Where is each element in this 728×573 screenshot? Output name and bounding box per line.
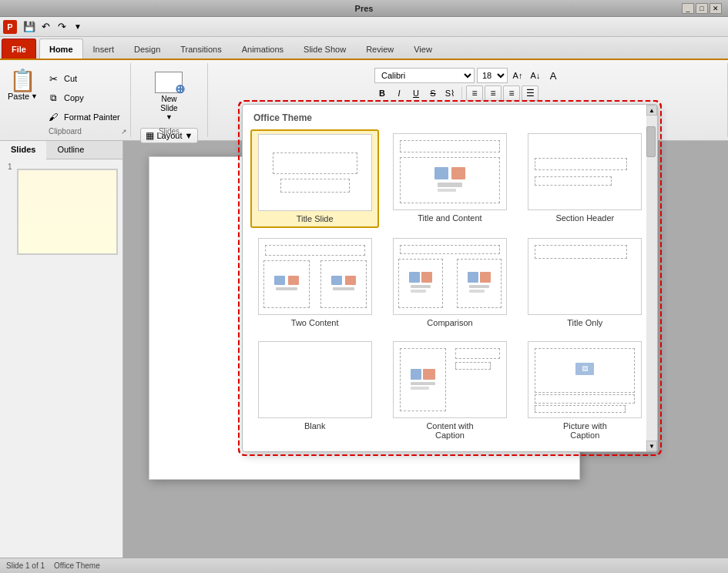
font-options-button[interactable]: A [545,68,561,83]
layout-thumb-title-content [393,133,507,210]
layout-item-title-slide[interactable]: Title Slide [250,129,379,228]
layout-thumb-blank [258,341,372,418]
tab-animations[interactable]: Animations [232,39,294,59]
layout-item-picture-caption[interactable]: 🖼 Picture with Caption [521,337,649,444]
svg-text:🖼: 🖼 [582,366,588,373]
paste-button[interactable]: 📋 Paste ▼ [3,68,42,103]
increase-font-button[interactable]: A↑ [510,68,525,83]
svg-rect-22 [411,382,435,385]
format-painter-label: Format Painter [64,112,120,122]
cut-button[interactable]: Cut [42,69,127,88]
svg-rect-5 [438,189,456,192]
close-button[interactable]: ✕ [710,3,722,14]
layout-item-blank[interactable]: Blank [250,337,379,444]
layout-item-content-caption[interactable]: Content with Caption [385,337,514,444]
tab-transitions[interactable]: Transitions [170,39,231,59]
tab-home[interactable]: Home [39,39,83,59]
scroll-up-button[interactable]: ▲ [646,105,657,116]
layout-label-title-slide: Title Slide [297,214,334,223]
svg-rect-17 [480,272,491,283]
paste-icon: 📋 [9,70,36,92]
scroll-thumb[interactable] [646,126,656,157]
slide-count-info: Slide 1 of 1 [6,561,45,570]
italic-button[interactable]: I [391,85,407,101]
save-icon[interactable]: 💾 [22,20,36,34]
new-slide-button[interactable]: ⊕ NewSlide ▼ [147,68,190,123]
clipboard-expand-icon[interactable]: ↗ [121,128,127,136]
app-window: Pres _ □ ✕ P 💾 ↶ ↷ ▼ File Home Insert De… [0,0,728,573]
font-size-select[interactable]: 18 [477,68,508,83]
layout-item-title-content[interactable]: Title and Content [385,129,514,228]
slide-1-thumbnail[interactable] [17,169,118,255]
layout-item-two-content[interactable]: Two Content [250,234,379,331]
layout-label-two-content: Two Content [291,318,339,327]
slides-panel: Slides Outline 1 [0,141,123,573]
window-controls: _ □ ✕ [682,3,722,14]
layout-label-section-header: Section Header [555,213,614,223]
layout-label-title-only: Title Only [567,318,602,327]
clipboard-small-buttons: Cut Copy Format Painter [42,68,127,128]
ribbon-tabs: File Home Insert Design Transitions Anim… [0,37,728,60]
slides-group: ⊕ NewSlide ▼ ▦ Layout ▼ Slides [131,63,208,137]
svg-rect-15 [411,290,426,293]
align-center-button[interactable]: ≡ [485,85,502,101]
layout-label-comparison: Comparison [427,318,472,327]
app-logo-icon: P [3,20,17,34]
scroll-down-button[interactable]: ▼ [646,441,657,451]
new-slide-label: NewSlide [160,95,177,113]
shadow-button[interactable]: S⌇ [442,85,458,101]
cut-label: Cut [64,74,77,83]
layout-thumb-two-content [258,238,372,315]
layout-thumb-title-only [528,238,642,315]
align-right-button[interactable]: ≡ [503,85,520,101]
tab-view[interactable]: View [404,39,442,59]
cut-icon [45,72,61,85]
maximize-button[interactable]: □ [696,3,708,14]
underline-button[interactable]: U [408,85,424,101]
svg-rect-10 [345,276,356,285]
tab-review[interactable]: Review [356,39,404,59]
tab-file[interactable]: File [2,39,36,59]
svg-rect-19 [469,290,485,293]
svg-rect-11 [333,287,354,290]
paste-dropdown-arrow[interactable]: ▼ [31,92,38,100]
quick-access-toolbar: P 💾 ↶ ↷ ▼ [0,17,728,37]
layout-dropdown-panel: Office Theme Title Slide [242,104,658,452]
tab-insert[interactable]: Insert [83,39,125,59]
customize-qat-icon[interactable]: ▼ [71,20,85,34]
layout-thumb-picture-caption: 🖼 [528,341,642,418]
decrease-font-button[interactable]: A↓ [528,68,543,83]
svg-rect-2 [434,167,448,179]
align-left-button[interactable]: ≡ [466,85,483,101]
slides-group-label: Slides [131,127,207,136]
new-slide-arrow[interactable]: ▼ [166,113,173,121]
svg-rect-23 [411,387,429,390]
font-family-select[interactable]: Calibri [374,68,475,83]
copy-icon [45,92,61,104]
copy-button[interactable]: Copy [42,89,127,107]
panel-tabs: Slides Outline [0,141,122,159]
layout-item-comparison[interactable]: Comparison [385,234,514,331]
svg-rect-8 [276,287,297,290]
justify-button[interactable]: ☰ [522,85,538,101]
layout-label-picture-caption: Picture with Caption [563,421,607,440]
minimize-button[interactable]: _ [682,3,694,14]
layout-item-title-only[interactable]: Title Only [521,234,649,331]
svg-rect-16 [468,272,478,283]
tab-slide-show[interactable]: Slide Show [294,39,356,59]
slides-tab[interactable]: Slides [0,141,46,159]
layout-item-section-header[interactable]: Section Header [521,129,649,228]
bold-button[interactable]: B [374,85,390,101]
redo-icon[interactable]: ↷ [55,20,69,34]
format-painter-icon [45,111,61,123]
svg-rect-12 [409,272,420,283]
tab-design[interactable]: Design [124,39,170,59]
layout-label-blank: Blank [304,421,326,431]
undo-icon[interactable]: ↶ [39,20,52,34]
svg-rect-21 [423,369,435,380]
copy-label: Copy [64,93,84,102]
format-painter-button[interactable]: Format Painter [42,108,127,126]
outline-tab[interactable]: Outline [46,141,95,159]
strikethrough-button[interactable]: S [425,85,441,101]
dropdown-scrollbar: ▲ ▼ [646,105,657,451]
